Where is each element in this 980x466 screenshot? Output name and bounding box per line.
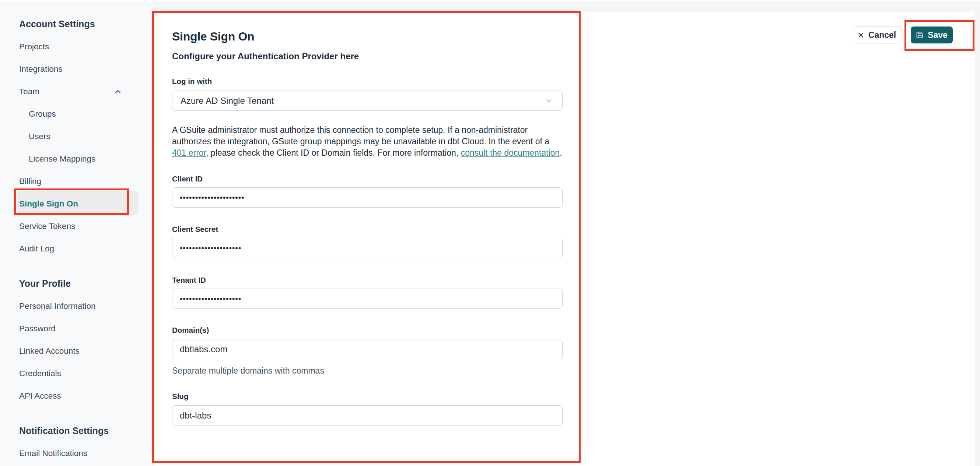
domains-helper-text: Separate multiple domains with commas (172, 366, 324, 376)
domains-input[interactable] (172, 339, 563, 359)
client-secret-input[interactable] (172, 238, 563, 258)
save-icon (916, 31, 923, 39)
login-with-selected-value: Azure AD Single Tenant (181, 96, 274, 106)
sidebar-item-service-tokens[interactable]: Service Tokens (19, 215, 123, 238)
link-401-error[interactable]: 401 error (172, 148, 206, 157)
sidebar-item-integrations[interactable]: Integrations (19, 58, 123, 80)
login-with-select[interactable]: Azure AD Single Tenant (172, 90, 563, 111)
gsuite-notice: A GSuite administrator must authorize th… (172, 124, 566, 159)
client-id-label: Client ID (172, 174, 203, 183)
sidebar-item-credentials[interactable]: Credentials (19, 362, 123, 385)
domains-label: Domain(s) (172, 326, 209, 334)
tenant-id-input[interactable] (172, 288, 563, 309)
sidebar-item-linked-accounts[interactable]: Linked Accounts (19, 340, 123, 362)
link-consult-documentation[interactable]: consult the documentation (461, 148, 560, 157)
notice-text-1: A GSuite administrator must authorize th… (172, 125, 549, 146)
close-icon (858, 32, 864, 38)
sidebar-item-email-notifications[interactable]: Email Notifications (19, 442, 123, 464)
login-with-label: Log in with (172, 77, 212, 86)
page-subtitle: Configure your Authentication Provider h… (172, 51, 359, 62)
sidebar-item-audit-log[interactable]: Audit Log (19, 238, 123, 260)
sidebar-item-groups[interactable]: Groups (19, 103, 123, 125)
save-button-label: Save (928, 30, 948, 40)
tenant-id-label: Tenant ID (172, 276, 206, 285)
slug-label: Slug (172, 392, 188, 401)
sidebar-item-users[interactable]: Users (19, 125, 123, 147)
sidebar-heading-your-profile: Your Profile (19, 273, 152, 295)
sso-settings-card: Single Sign On Configure your Authentica… (155, 12, 975, 466)
sidebar-item-single-sign-on[interactable]: Single Sign On (19, 192, 123, 215)
cancel-button[interactable]: Cancel (852, 27, 902, 43)
cancel-button-label: Cancel (869, 30, 896, 40)
account-settings-page: Account Settings Projects Integrations T… (0, 0, 980, 466)
save-button[interactable]: Save (911, 27, 953, 43)
sidebar-item-license-mappings[interactable]: License Mappings (19, 147, 123, 170)
sidebar-item-billing[interactable]: Billing (19, 170, 123, 192)
sidebar-heading-account-settings: Account Settings (19, 13, 152, 35)
page-title: Single Sign On (172, 30, 254, 43)
notice-text-3: . (560, 148, 562, 157)
sidebar-item-projects[interactable]: Projects (19, 35, 123, 58)
sidebar-item-password[interactable]: Password (19, 317, 123, 340)
sidebar-item-api-access[interactable]: API Access (19, 385, 123, 407)
client-id-input[interactable] (172, 187, 563, 208)
sidebar-item-personal-information[interactable]: Personal Information (19, 295, 123, 317)
client-secret-label: Client Secret (172, 225, 218, 234)
notice-text-2: , please check the Client ID or Domain f… (206, 148, 461, 157)
chevron-up-icon (113, 87, 123, 96)
sidebar-heading-notification-settings: Notification Settings (19, 420, 152, 442)
settings-sidebar: Account Settings Projects Integrations T… (0, 2, 152, 466)
sidebar-item-team[interactable]: Team (19, 80, 123, 103)
slug-input[interactable] (172, 405, 563, 425)
chevron-down-icon (544, 96, 554, 106)
